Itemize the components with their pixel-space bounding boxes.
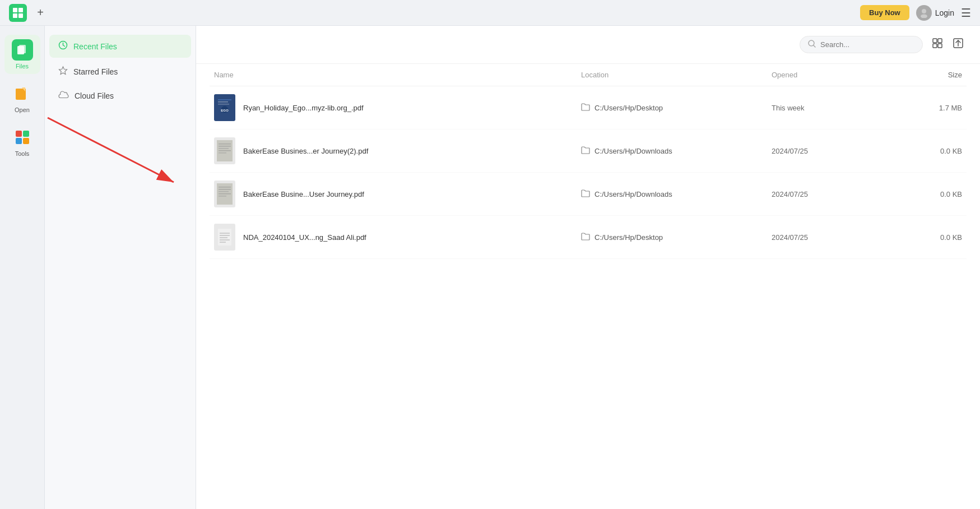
col-name-header: Name [214,71,581,79]
svg-rect-28 [218,104,229,105]
file-name: Ryan_Holiday_Ego...myz-lib.org_.pdf [243,104,364,112]
opened-cell: 2024/07/25 [772,190,895,198]
file-name: BakerEase Busine...User Journey.pdf [243,190,364,198]
location-cell: C:/Users/Hp/Downloads [581,189,772,199]
file-name-cell: BakerEase Busine...User Journey.pdf [214,181,581,207]
add-tab-button[interactable]: + [34,6,47,20]
upload-button[interactable] [950,35,967,54]
location-cell: C:/Users/Hp/Downloads [581,146,772,156]
search-icon [808,40,816,49]
size-cell: 0.0 KB [895,233,962,242]
size-cell: 0.0 KB [895,190,962,198]
svg-rect-40 [219,191,229,192]
svg-rect-42 [219,196,226,197]
svg-rect-39 [219,189,231,190]
location-cell: C:/Users/Hp/Desktop [581,103,772,113]
opened-cell: 2024/07/25 [772,233,895,242]
col-location-header: Location [581,71,772,79]
search-box[interactable] [800,36,923,53]
svg-rect-43 [218,229,231,246]
location-cell: C:/Users/Hp/Desktop [581,233,772,242]
table-row[interactable]: EGO Ryan_Holiday_Ego...myz-lib.org_.pdf … [210,86,967,129]
files-icon [12,39,33,61]
sidebar-item-tools[interactable]: Tools [4,122,40,161]
tools-icon [12,127,33,148]
table-header: Name Location Opened Size [210,64,967,86]
topbar-left: + [9,4,47,22]
search-input[interactable] [820,40,914,49]
svg-line-18 [814,45,815,47]
table-row[interactable]: NDA_20240104_UX...ng_Saad Ali.pdf C:/Use… [210,216,967,259]
svg-rect-14 [23,138,29,144]
grid-view-button[interactable] [930,35,945,54]
svg-rect-19 [933,39,937,43]
sidebar-item-starred[interactable]: Starred Files [49,60,191,83]
svg-rect-26 [218,99,231,100]
sidebar-item-files[interactable]: Files [4,35,40,74]
recent-icon [58,40,68,52]
location-path: C:/Users/Hp/Desktop [594,233,663,242]
opened-cell: 2024/07/25 [772,147,895,155]
secondary-sidebar: Recent Files Starred Files Cloud Files [45,26,196,509]
hamburger-menu-icon[interactable]: ☰ [961,6,971,20]
file-thumbnail [214,181,235,207]
size-cell: 0.0 KB [895,147,962,155]
doc-cover [214,181,235,207]
folder-icon [581,189,590,199]
table-row[interactable]: BakerEase Busine...User Journey.pdf C:/U… [210,173,967,216]
svg-rect-36 [219,152,226,154]
cloud-icon [58,91,69,101]
view-toggle [930,35,967,54]
svg-rect-11 [16,131,22,137]
icon-sidebar: Files Open Tool [0,26,45,509]
file-name: NDA_20240104_UX...ng_Saad Ali.pdf [243,233,366,242]
svg-rect-3 [18,13,23,18]
main-layout: Files Open Tool [0,26,980,509]
opened-cell: This week [772,104,895,112]
login-area[interactable]: Login [916,5,954,21]
file-thumbnail [214,224,235,251]
svg-marker-16 [59,67,67,75]
location-path: C:/Users/Hp/Downloads [594,147,672,155]
content-area: Name Location Opened Size [196,26,980,509]
user-avatar-icon [916,5,932,21]
svg-rect-32 [219,144,231,145]
topbar: + Buy Now Login ☰ [0,0,980,26]
file-name-cell: EGO Ryan_Holiday_Ego...myz-lib.org_.pdf [214,94,581,121]
star-icon [58,66,68,77]
file-name-cell: BakerEase Busines...er Journey(2).pdf [214,137,581,164]
folder-icon [581,233,590,242]
open-nav-label: Open [15,107,30,113]
svg-rect-35 [219,150,231,151]
file-name-cell: NDA_20240104_UX...ng_Saad Ali.pdf [214,224,581,251]
svg-rect-2 [13,13,17,18]
doc-cover [214,137,235,164]
svg-point-4 [922,9,926,13]
open-icon [12,83,33,104]
svg-rect-0 [13,8,17,12]
sidebar-item-recent[interactable]: Recent Files [49,35,191,58]
svg-rect-20 [938,39,942,43]
app-logo [9,4,27,22]
svg-rect-12 [23,131,29,137]
svg-rect-38 [219,187,231,188]
folder-icon [581,146,590,156]
location-path: C:/Users/Hp/Desktop [594,104,663,112]
svg-rect-27 [218,101,228,103]
svg-rect-1 [18,8,23,12]
file-thumbnail: EGO [214,94,235,121]
sidebar-item-cloud[interactable]: Cloud Files [49,85,191,107]
folder-icon [581,103,590,113]
recent-files-label: Recent Files [73,42,117,51]
table-row[interactable]: BakerEase Busines...er Journey(2).pdf C:… [210,129,967,173]
sidebar-item-open[interactable]: Open [4,78,40,118]
text-doc-cover [214,224,235,251]
topbar-right: Buy Now Login ☰ [860,5,971,21]
svg-rect-21 [933,44,937,48]
file-thumbnail [214,137,235,164]
svg-rect-22 [938,44,942,48]
location-path: C:/Users/Hp/Downloads [594,190,672,198]
content-header [196,26,980,64]
buy-now-button[interactable]: Buy Now [860,5,909,20]
svg-rect-7 [19,45,26,53]
